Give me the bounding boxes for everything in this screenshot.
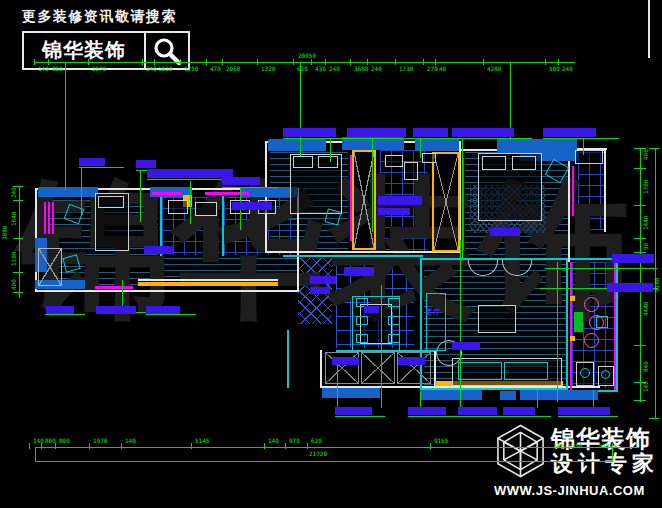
dimension-label: 2060 <box>226 65 240 72</box>
dimension-label: 3880 <box>1 226 8 240</box>
label-bar <box>46 306 74 314</box>
wall-fill <box>38 187 98 197</box>
dimension-tick <box>634 238 646 239</box>
dimension-label: 400 <box>642 149 649 160</box>
dimension-label: 270 <box>427 65 438 72</box>
dimension-tick <box>293 59 294 65</box>
dimension-label: 470 <box>210 65 221 72</box>
green-dimension-line <box>347 138 423 139</box>
wall-line-cyan <box>566 258 568 390</box>
dimension-label: 1250 <box>184 65 198 72</box>
label-bar <box>347 128 406 137</box>
green-dimension-line <box>545 268 657 269</box>
magenta-accent <box>44 202 46 234</box>
furniture-outline-cyan <box>388 316 400 325</box>
green-dimension-line <box>35 461 613 462</box>
dimension-label: 240 <box>146 65 157 72</box>
dimension-tick <box>264 443 265 449</box>
label-bar <box>310 276 336 284</box>
dimension-label: 140 <box>598 442 609 449</box>
label-bar <box>344 267 374 276</box>
green-dimension-line <box>35 62 575 63</box>
dimension-label: 430 <box>315 65 326 72</box>
green-dimension-line <box>408 416 463 417</box>
dimension-tick <box>634 400 646 401</box>
dimension-tick <box>634 345 646 346</box>
dimension-tick <box>34 59 35 65</box>
dimension-label: 140 <box>125 437 136 444</box>
dimension-label: 1780 <box>642 180 649 194</box>
dimension-label: 3680 <box>354 65 368 72</box>
green-dimension-line <box>35 447 638 448</box>
magenta-accent <box>572 166 574 216</box>
wall-line <box>648 0 650 58</box>
green-dimension-line <box>79 167 124 168</box>
window-sill <box>570 296 575 301</box>
furniture-outline-cyan <box>388 298 400 307</box>
green-dimension-line <box>65 63 66 190</box>
dimension-tick <box>121 443 122 449</box>
green-dimension-line <box>452 138 532 139</box>
dimension-tick <box>634 168 646 169</box>
dimension-tick <box>350 59 351 65</box>
dimension-label: 840 <box>642 361 649 372</box>
label-bar <box>136 160 156 168</box>
label-bar <box>79 158 105 166</box>
label-bar <box>408 407 446 415</box>
green-dimension-line <box>283 138 353 139</box>
footer-url: WWW.JS-JINHUA.COM <box>494 483 659 498</box>
dimension-tick <box>395 59 396 65</box>
dimension-label: 1100 <box>10 252 17 266</box>
dimension-label: 800 <box>45 437 56 444</box>
label-bar <box>144 246 174 254</box>
green-dimension-line <box>420 392 421 408</box>
wall-line-cyan <box>222 196 224 256</box>
wall-line <box>35 290 299 292</box>
green-dimension-line <box>140 171 141 222</box>
wall-line-cyan <box>616 258 618 392</box>
label-bar <box>413 128 448 137</box>
dimension-label: 5145 <box>195 437 209 444</box>
wall-fill <box>415 139 459 151</box>
dimension-tick <box>13 200 23 201</box>
label-bar <box>452 128 514 137</box>
dimension-label: 1350 <box>568 442 582 449</box>
green-dimension-line <box>583 139 584 155</box>
furniture-outline <box>482 156 506 170</box>
dimension-label: 21720 <box>309 450 327 457</box>
green-dimension-line <box>35 447 36 462</box>
green-dimension-line <box>462 139 463 258</box>
dimension-label: 240 <box>10 187 17 198</box>
green-dimension-line <box>372 139 373 232</box>
balcony-chair <box>589 315 604 330</box>
plant-fill <box>574 312 583 332</box>
dimension-label: 620 <box>297 65 308 72</box>
wall-line <box>138 279 278 281</box>
dimension-label: 1730 <box>399 65 413 72</box>
label-bar <box>503 407 535 415</box>
magnifier-icon <box>146 36 188 66</box>
dimension-label: 9165 <box>434 437 448 444</box>
dimension-tick <box>483 59 484 65</box>
dimension-label: 140 <box>268 437 279 444</box>
dimension-label: 140 <box>38 65 49 72</box>
dimension-tick <box>545 59 546 65</box>
furniture-outline <box>293 156 313 168</box>
furniture-outline-cyan <box>388 334 400 343</box>
magenta-accent <box>52 202 54 234</box>
window-sill <box>138 282 278 286</box>
green-dimension-line <box>45 314 85 315</box>
label-bar <box>378 196 422 205</box>
dimension-label: 140 <box>553 442 564 449</box>
search-tagline: 更多装修资讯敬请搜索 <box>22 8 190 26</box>
dimension-label: 40 <box>439 65 446 72</box>
green-dimension-line <box>337 362 338 408</box>
magenta-accent <box>614 262 616 390</box>
label-bar <box>232 202 272 210</box>
dimension-tick <box>13 272 23 273</box>
dimension-tick <box>307 443 308 449</box>
green-dimension-line <box>330 139 331 162</box>
green-dimension-line <box>557 262 558 402</box>
green-dimension-line <box>503 416 551 417</box>
magenta-accent <box>48 202 50 234</box>
